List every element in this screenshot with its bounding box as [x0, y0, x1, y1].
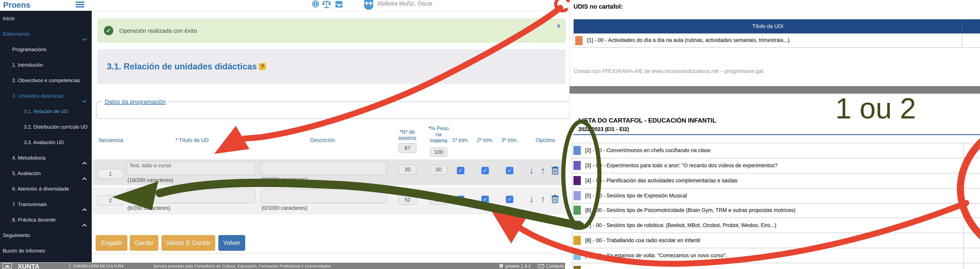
row1-descricion-charcount: (0/1000 caracteres) [261, 177, 307, 183]
udis-heading: UDIS no cartafol: [573, 3, 623, 10]
row1-descricion-textarea[interactable] [261, 161, 387, 175]
row2-descricion-textarea[interactable] [261, 189, 387, 203]
top-bar: Proens Abilleira Muñiz, Óscar [0, 0, 570, 11]
cartafol-row-title: [2] - 00 - Convertímonos en chefs cociña… [585, 148, 711, 153]
user-name[interactable]: Abilleira Muñiz, Óscar [377, 0, 433, 7]
cartafol-row-title: [6] - 00 - Sesións tipo de Psicomotricid… [585, 207, 795, 213]
servizo-text: Servizo prestado pola Consellería de Cul… [153, 264, 331, 268]
report-preview-pane: UDIS no cartafol: Título da UDI 1º Trime… [570, 0, 980, 269]
envelope-icon[interactable] [539, 264, 544, 269]
sidebar: Inicio Elaboración Programacións 1. Intr… [0, 11, 92, 262]
cartafol-row-title: [4] - 00 - Planificación das actividades… [585, 178, 737, 184]
shield-circle-icon[interactable] [311, 0, 320, 10]
row2-titulo-textarea[interactable]: Test 2 [127, 189, 255, 203]
validar-e-gardar-button[interactable]: Validar E Gardar [162, 235, 215, 251]
sidebar-item-transversais[interactable]: 7. Transversais [0, 197, 92, 212]
row2-trim3-checkbox[interactable]: ✓ [506, 196, 513, 203]
section-header: 3.1. Relación de unidades didácticas? [97, 49, 565, 84]
row1-trim1-checkbox[interactable]: ✓ [457, 167, 465, 174]
sidebar-item-metodoloxia[interactable]: 4. Metodoloxía [0, 150, 92, 166]
row1-move-up-icon[interactable]: ↑ [541, 166, 545, 175]
sidebar-item-inicio[interactable]: Inicio [0, 11, 92, 26]
row-color-marker [573, 146, 581, 155]
col-header-sesions: *Nº desesións [392, 129, 422, 141]
row2-move-down-icon[interactable]: ↓ [529, 194, 534, 204]
row-color-marker [573, 236, 581, 245]
col-header-trim2: 2º trim. [475, 137, 495, 143]
col-header-secuencia: Secuencia [96, 137, 126, 143]
row1-move-down-icon[interactable]: ↓ [529, 166, 534, 175]
row1-peso-input[interactable] [430, 165, 447, 175]
col-header-opcions: Opcións [533, 137, 558, 143]
udi-title: [1] - 00 - Actividades do día a día na a… [587, 37, 790, 43]
row1-trim3-checkbox[interactable]: ✓ [506, 167, 513, 174]
row2-move-up-icon[interactable]: ↑ [541, 194, 545, 204]
fieldset-legend[interactable]: Datos da programación [102, 99, 168, 105]
engadir-button[interactable]: Engadir [95, 235, 127, 251]
heading-rule [573, 134, 980, 135]
app-brand: Proens [3, 0, 30, 10]
hamburger-menu-icon[interactable] [76, 2, 84, 8]
sidebar-item-practica[interactable]: 8. Práctica docente [0, 212, 92, 228]
success-alert: ✓ Operación realizada con éxito x [97, 19, 566, 43]
sidebar-item-elaboracion[interactable]: Elaboración [0, 26, 92, 42]
inbox-icon[interactable] [334, 0, 344, 10]
sidebar-item-introducion[interactable]: 1. Introdución [0, 57, 92, 73]
footer-divider [70, 264, 70, 268]
cartafol-row-title: [8] - 00 - Traballando coa radio escolar… [585, 237, 700, 244]
lista-subheading: 2022/2023 (EI1 - EI2) [578, 126, 629, 132]
row1-delete-icon[interactable] [551, 166, 559, 176]
row2-secuencia-input[interactable] [97, 196, 123, 205]
col-header-titulo: * Título da UD [169, 137, 216, 143]
udis-col-titulo: Título da UDI [574, 19, 962, 33]
row2-peso-input[interactable] [430, 195, 447, 205]
cartafol-row-title: [3] - 00 - Experimentos para todo o ano!… [585, 162, 778, 169]
row2-delete-icon[interactable] [551, 195, 559, 204]
udi-color-marker [575, 36, 582, 45]
sidebar-item-avaliacion-ud[interactable]: 3.3. Avaliación UD [0, 135, 92, 150]
gardar-button[interactable]: Gardar [130, 235, 158, 251]
app-footer: XUNTA CONSELLERÍA DE CULTURA Servizo pre… [0, 263, 565, 269]
volver-button[interactable]: Volver [218, 235, 245, 251]
sidebar-item-unidades[interactable]: 3. Unidades didácticas [0, 88, 92, 104]
udis-table: Título da UDI 1º Trimestre 2º Trimestre … [573, 19, 980, 48]
row-color-marker [573, 176, 581, 185]
row-color-marker [573, 206, 581, 215]
datos-programacion-fieldset: Datos da programación [96, 99, 570, 119]
row2-descricion-charcount: (0/1000 caracteres) [261, 205, 307, 211]
sidebar-item-programacions[interactable]: Programacións [0, 42, 92, 57]
sidebar-item-atencion[interactable]: 6. Atención á diversidade [0, 181, 92, 197]
contact-link[interactable]: Contacto [546, 264, 564, 269]
cartafol-row-title: [7] - 00 - Sesións tipo de robótica: (Be… [585, 222, 776, 228]
col-header-trim3: 3º trim. [500, 137, 519, 143]
help-icon[interactable]: ? [259, 63, 266, 70]
sidebar-item-buzon[interactable]: Buzón de informes [0, 243, 92, 259]
conselleria-text: CONSELLERÍA DE CULTURA [73, 264, 124, 268]
row1-sesions-input[interactable] [398, 165, 417, 175]
page-separator [570, 86, 980, 94]
row2-titulo-charcount: (6/200 caracteres) [127, 205, 170, 211]
sidebar-item-relacion-ud[interactable]: 3.1. Relación de UD [0, 104, 92, 119]
sidebar-item-obxectivos[interactable]: 2. Obxectivos e competencias [0, 73, 92, 88]
row2-trim1-checkbox[interactable]: ✓ [457, 196, 465, 203]
sidebar-item-distribucion-ud[interactable]: 3.2. Distribución currículo UD [0, 119, 92, 135]
sidebar-item-seguimento[interactable]: Seguimento [0, 228, 92, 243]
scales-icon[interactable] [321, 0, 332, 10]
cartafol-row-title: [9] - 01 - Xa estamos de volta: "Comezam… [585, 253, 727, 259]
row2-trim2-checkbox[interactable]: ✓ [481, 196, 489, 203]
row1-trim2-checkbox[interactable]: ✓ [481, 167, 489, 174]
credit-text: Creado con PROGRAMA-ME de www.recursosed… [573, 68, 763, 74]
sidebar-item-avaliacion[interactable]: 5. Avaliación [0, 166, 92, 181]
app-window: Proens Abilleira Muñiz, Óscar Inicio Ela… [0, 0, 570, 269]
total-peso-input[interactable] [430, 148, 447, 157]
row1-secuencia-input[interactable] [97, 169, 123, 179]
row1-titulo-textarea[interactable]: Test. todo o curso [127, 161, 255, 175]
udi-row: [1] - 00 - Actividades do día a día na a… [574, 33, 962, 48]
row2-sesions-input[interactable] [398, 195, 417, 205]
row1-titulo-charcount: (18/200 caracteres) [127, 177, 173, 183]
close-icon[interactable]: x [557, 22, 560, 29]
avatar-shield-icon[interactable] [363, 0, 374, 11]
total-sesions-input[interactable] [398, 143, 417, 153]
check-circle-icon: ✓ [104, 26, 113, 35]
row-color-marker [573, 161, 581, 170]
